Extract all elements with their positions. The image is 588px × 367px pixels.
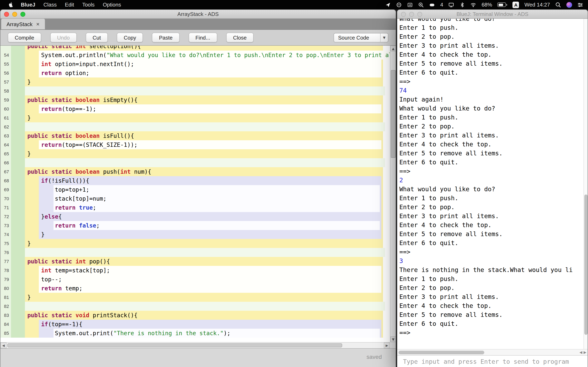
scroll-right-arrow-icon[interactable]: ▶ [384, 342, 390, 348]
siri-icon[interactable] [566, 2, 572, 8]
code-line[interactable]: }81 [0, 293, 390, 302]
terminal-line: 2 [399, 176, 584, 185]
zoom-icon[interactable] [418, 2, 424, 8]
editor-titlebar[interactable]: ArrayStack - ADS [0, 10, 396, 19]
zoom-window-button[interactable] [417, 12, 422, 17]
code-line[interactable]: return option;56 [0, 68, 390, 77]
stats-icon[interactable] [407, 2, 413, 8]
menu-edit[interactable]: Edit [61, 2, 78, 8]
code-line[interactable]: }75 [0, 239, 390, 248]
code-line[interactable]: }else{72 [0, 212, 390, 221]
find-button[interactable]: Find... [189, 33, 217, 42]
terminal-horizontal-scrollbar[interactable]: ◀ ▶ [397, 349, 588, 355]
code-line[interactable]: System.out.println("What would you like … [0, 50, 390, 59]
terminal-vertical-scrollbar[interactable] [584, 19, 588, 349]
code-line[interactable]: System.out.print("There is nothing in th… [0, 329, 390, 338]
terminal-vertical-scrollbar-thumb[interactable] [584, 194, 588, 335]
apple-menu[interactable] [5, 2, 17, 7]
code-line[interactable]: }57 [0, 77, 390, 86]
code-line[interactable]: }65 [0, 149, 390, 158]
close-window-button[interactable] [401, 12, 406, 17]
code-line[interactable]: public static boolean isFull(){63 [0, 131, 390, 140]
close-button[interactable]: Close [226, 33, 254, 42]
code-line[interactable]: 62 [0, 122, 390, 131]
terminal-horizontal-scrollbar-thumb[interactable] [398, 350, 484, 354]
scroll-down-arrow-icon[interactable]: ▼ [390, 336, 396, 342]
input-source-icon[interactable]: A [513, 1, 519, 8]
scope-highlight [39, 212, 381, 221]
paper-plane-icon[interactable] [385, 2, 391, 8]
tab-arraystack[interactable]: ArrayStack × [1, 19, 45, 29]
line-number: 81 [0, 293, 11, 302]
zoom-window-button[interactable] [20, 12, 25, 17]
class-scope-highlight [11, 257, 25, 266]
terminal-input[interactable] [403, 358, 579, 365]
code-line-text: } [27, 239, 31, 248]
close-window-button[interactable] [4, 12, 9, 17]
tab-close-icon[interactable]: × [36, 21, 39, 27]
view-mode-value: Source Code [338, 34, 369, 41]
code-line[interactable]: stack[top]=num;70 [0, 194, 390, 203]
code-line[interactable]: public static int pop(){77 [0, 257, 390, 266]
view-mode-select[interactable]: Source Code ▼ [334, 33, 388, 42]
cut-button[interactable]: Cut [86, 33, 108, 42]
code-editor[interactable]: public static int selectoption(){ System… [0, 46, 390, 342]
scroll-up-arrow-icon[interactable]: ▲ [390, 46, 396, 51]
code-line[interactable]: public static void printStack(){83 [0, 311, 390, 320]
display-icon[interactable] [449, 2, 454, 8]
code-line[interactable]: int temp=stack[top];78 [0, 266, 390, 275]
code-line[interactable]: 58 [0, 86, 390, 95]
status-text: 4 [440, 2, 443, 8]
wifi-icon[interactable] [471, 2, 476, 8]
terminal-line: Enter 4 to check the top. [399, 301, 584, 310]
editor-horizontal-scrollbar[interactable]: ◀ ▶ [0, 342, 390, 348]
control-center-icon[interactable] [577, 2, 583, 8]
copy-button[interactable]: Copy [117, 33, 143, 42]
scope-highlight [25, 248, 385, 257]
menu-tools[interactable]: Tools [78, 2, 99, 8]
terminal-line: Enter 6 to quit. [399, 239, 584, 248]
code-line[interactable]: return(top==(STACK_SIZE-1));64 [0, 140, 390, 149]
class-scope-highlight [11, 68, 25, 77]
code-line[interactable]: }61 [0, 113, 390, 122]
code-line-text: } [27, 77, 31, 86]
code-line[interactable]: top=top+1;69 [0, 185, 390, 194]
bluetooth-icon[interactable] [459, 2, 465, 8]
menu-class[interactable]: Class [39, 2, 61, 8]
scroll-left-arrow-icon[interactable]: ◀ [579, 350, 582, 354]
dnd-icon[interactable] [396, 2, 402, 8]
menu-options[interactable]: Options [99, 2, 125, 8]
code-line[interactable]: 82 [0, 302, 390, 311]
code-line[interactable]: if(!isFull()){68 [0, 176, 390, 185]
editor-tabstrip: ArrayStack × [0, 19, 396, 30]
spotlight-icon[interactable] [555, 2, 561, 8]
scroll-left-arrow-icon[interactable]: ◀ [0, 342, 7, 348]
code-line[interactable]: public static int selectoption(){ [0, 46, 390, 50]
terminal-titlebar[interactable]: BlueJ: Terminal Window - ADS [397, 10, 588, 19]
minimize-window-button[interactable] [409, 12, 414, 17]
paste-button[interactable]: Paste [152, 33, 180, 42]
minimize-window-button[interactable] [12, 12, 17, 17]
controller-icon[interactable] [429, 2, 435, 8]
code-line[interactable]: return false;73 [0, 221, 390, 230]
editor-vertical-scrollbar-thumb[interactable] [391, 70, 396, 158]
code-line[interactable]: return temp;80 [0, 284, 390, 293]
editor-horizontal-scrollbar-thumb[interactable] [7, 343, 342, 347]
code-line[interactable]: int option=input.nextInt();55 [0, 59, 390, 68]
code-line[interactable]: public static boolean push(int num){67 [0, 167, 390, 176]
scope-highlight [25, 239, 383, 248]
menu-bluej[interactable]: BlueJ [17, 2, 39, 8]
code-line[interactable]: 76 [0, 248, 390, 257]
scope-highlight [25, 158, 385, 167]
compile-button[interactable]: Compile [8, 33, 41, 42]
code-line[interactable]: }74 [0, 230, 390, 239]
code-line[interactable]: return(top==-1);60 [0, 104, 390, 113]
code-line[interactable]: public static boolean isEmpty(){59 [0, 95, 390, 104]
terminal-line: Enter 2 to pop. [399, 122, 584, 131]
code-line[interactable]: if(top==-1){84 [0, 320, 390, 329]
scroll-right-arrow-icon[interactable]: ▶ [584, 350, 586, 354]
code-line[interactable]: top--;79 [0, 275, 390, 284]
code-line[interactable]: 66 [0, 158, 390, 167]
code-line[interactable]: return true;71 [0, 203, 390, 212]
editor-vertical-scrollbar[interactable]: ▲ ▼ [390, 46, 396, 342]
